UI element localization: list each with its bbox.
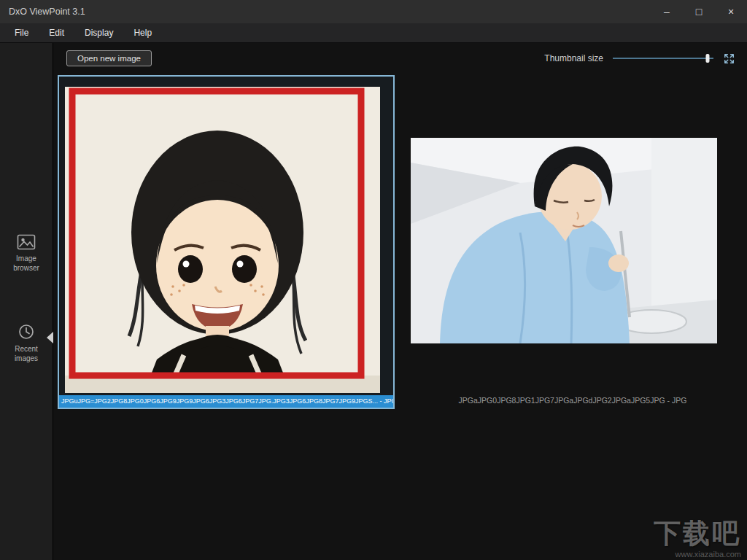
sidebar: Image browser Recent images: [0, 43, 53, 560]
open-new-image-button[interactable]: Open new image: [66, 50, 152, 66]
image-browser-icon: [17, 234, 36, 250]
titlebar: DxO ViewPoint 3.1 – □ ×: [0, 0, 747, 23]
minimize-button[interactable]: –: [651, 0, 683, 23]
thumbnail-cell-selected[interactable]: JPGuJPG=JPG2JPG8JPG0JPG6JPG9JPG9JPG6JPG3…: [58, 75, 395, 409]
app-window: DxO ViewPoint 3.1 – □ × File Edit Displa…: [0, 0, 747, 560]
menu-item-help[interactable]: Help: [123, 23, 162, 42]
thumbnail-image-man-photo: [411, 138, 717, 343]
thumbnail-filename: JPGuJPG=JPG2JPG8JPG0JPG6JPG9JPG9JPG6JPG3…: [59, 395, 393, 408]
menu-item-file[interactable]: File: [4, 23, 39, 42]
content-area: Image browser Recent images Open new ima…: [0, 43, 747, 560]
slider-track[interactable]: [613, 58, 713, 59]
thumbnail-image-girl-drawing: [65, 87, 380, 393]
thumbnail-size-slider-handle[interactable]: [705, 54, 709, 63]
close-button[interactable]: ×: [715, 0, 747, 23]
menu-item-edit[interactable]: Edit: [39, 23, 74, 42]
sidebar-item-recent-images[interactable]: Recent images: [0, 323, 53, 363]
sidebar-item-image-browser[interactable]: Image browser: [0, 234, 53, 273]
thumbnail-size-label: Thumbnail size: [544, 53, 603, 63]
menubar: File Edit Display Help: [0, 23, 747, 43]
thumbnail-size-group: Thumbnail size: [544, 52, 735, 65]
clock-icon: [18, 323, 35, 341]
toolbar: Open new image Thumbnail size: [53, 43, 747, 74]
window-title: DxO ViewPoint 3.1: [9, 7, 85, 17]
watermark-title: 下载吧: [654, 516, 741, 552]
watermark-url: www.xiazaiba.com: [654, 550, 741, 559]
main-panel: Open new image Thumbnail size: [53, 43, 747, 560]
sidebar-item-label: Image browser: [5, 254, 47, 273]
thumbnail-size-slider[interactable]: [613, 53, 713, 63]
window-controls: – □ ×: [651, 0, 747, 23]
thumbnail-cell[interactable]: JPGaJPG0JPG8JPG1JPG7JPGaJPGdJPG2JPGaJPG5…: [402, 75, 743, 409]
selected-section-arrow: [47, 332, 53, 343]
expand-thumbnails-icon[interactable]: [723, 52, 735, 65]
menu-item-display[interactable]: Display: [74, 23, 123, 42]
sidebar-item-label: Recent images: [5, 344, 47, 363]
thumbnail-filename: JPGaJPG0JPG8JPG1JPG7JPGaJPGdJPG2JPGaJPG5…: [402, 396, 743, 405]
watermark: 下载吧 www.xiazaiba.com: [654, 516, 741, 559]
maximize-button[interactable]: □: [683, 0, 715, 23]
